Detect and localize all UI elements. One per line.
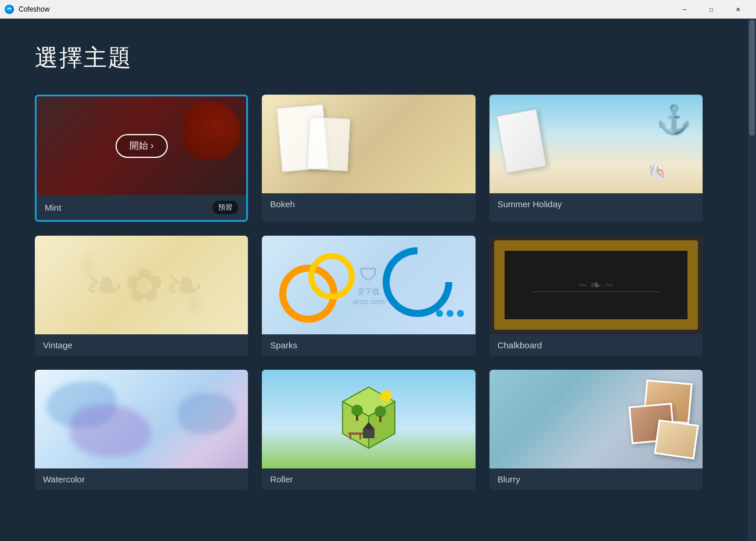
theme-label-summer: Summer Holiday — [489, 193, 703, 215]
close-button[interactable]: ✕ — [725, 0, 751, 19]
sparks-dot-2 — [447, 310, 453, 317]
watercolor-blob2 — [70, 405, 151, 457]
svg-point-8 — [375, 406, 386, 417]
mint-bg: 開始 › — [37, 96, 246, 195]
svg-rect-9 — [379, 416, 381, 422]
chalkboard-bg: ~ ❧ ~ — [489, 236, 703, 334]
summer-shell-decoration: 🐚 — [647, 163, 668, 182]
svg-point-10 — [380, 390, 392, 402]
summer-bg: ⚓ 🐚 — [489, 95, 703, 193]
sparks-swirl — [368, 236, 467, 331]
sparks-dots — [436, 310, 464, 317]
start-button[interactable]: 開始 › — [116, 134, 168, 158]
svg-rect-5 — [363, 429, 375, 438]
watercolor-name: Watercolor — [43, 474, 85, 484]
theme-card-summer[interactable]: ⚓ 🐚 Summer Holiday — [489, 95, 703, 222]
mint-name: Mint — [45, 203, 61, 212]
roller-cube-container — [331, 381, 406, 457]
theme-label-chalkboard: Chalkboard — [489, 334, 703, 356]
sparks-watermark: 🛡 安下载anxz.com — [352, 264, 385, 306]
roller-bg — [262, 370, 475, 468]
theme-thumbnail-bokeh — [262, 95, 475, 193]
theme-thumbnail-blurry — [489, 370, 703, 468]
svg-rect-12 — [350, 435, 351, 439]
vintage-pattern — [35, 236, 248, 334]
theme-card-blurry[interactable]: Blurry — [489, 370, 703, 490]
bokeh-frame2 — [307, 117, 351, 171]
theme-label-roller: Roller — [262, 468, 475, 490]
title-bar-controls: ─ □ ✕ — [671, 0, 751, 19]
theme-label-vintage: Vintage — [35, 334, 248, 356]
watermark-text: 安下载anxz.com — [352, 287, 385, 306]
svg-rect-7 — [356, 415, 358, 421]
sparks-bg: 🛡 安下载anxz.com — [262, 236, 475, 334]
title-bar: Cofeshow ─ □ ✕ — [0, 0, 756, 19]
svg-rect-11 — [348, 432, 363, 435]
roller-cube-svg — [331, 381, 406, 457]
svg-point-0 — [6, 6, 12, 12]
bokeh-name: Bokeh — [270, 199, 295, 209]
bokeh-bg — [262, 95, 475, 193]
theme-thumbnail-summer: ⚓ 🐚 — [489, 95, 703, 193]
theme-label-blurry: Blurry — [489, 468, 703, 490]
vintage-bg: ❧ ✿ ❧ — [35, 236, 248, 334]
theme-thumbnail-watercolor — [35, 370, 248, 468]
theme-card-bokeh[interactable]: Bokeh — [262, 95, 475, 222]
watercolor-blob3 — [178, 393, 236, 434]
chalkboard-frame: ~ ❧ ~ — [494, 240, 698, 330]
app-title: Cofeshow — [19, 5, 49, 13]
theme-thumbnail-mint: 開始 › — [37, 96, 246, 195]
chalkboard-name: Chalkboard — [498, 340, 542, 350]
shield-icon: 🛡 — [352, 264, 385, 286]
minimize-button[interactable]: ─ — [671, 0, 698, 19]
theme-label-watercolor: Watercolor — [35, 468, 248, 490]
blurry-bg — [489, 370, 703, 468]
scrollbar[interactable] — [748, 19, 756, 541]
theme-card-sparks[interactable]: 🛡 安下载anxz.com Sparks — [262, 236, 475, 356]
page-title: 選擇主題 — [35, 42, 721, 74]
theme-card-watercolor[interactable]: Watercolor — [35, 370, 248, 490]
theme-label-bokeh: Bokeh — [262, 193, 475, 215]
summer-name: Summer Holiday — [498, 199, 562, 209]
theme-label-mint: Mint 預習 — [37, 195, 246, 220]
main-content: 選擇主題 開始 › Mint 預習 — [0, 19, 756, 541]
sparks-dot-1 — [436, 310, 443, 317]
blurry-photo3 — [654, 419, 699, 459]
watercolor-bg — [35, 370, 248, 468]
theme-card-vintage[interactable]: ❧ ✿ ❧ Vintage — [35, 236, 248, 356]
theme-thumbnail-vintage: ❧ ✿ ❧ — [35, 236, 248, 334]
theme-card-roller[interactable]: Roller — [262, 370, 475, 490]
summer-book-decoration — [496, 109, 546, 174]
chalk-decoration: ~ ❧ ~ — [579, 277, 613, 293]
theme-card-chalkboard[interactable]: ~ ❧ ~ Chalkboard — [489, 236, 703, 356]
theme-thumbnail-chalkboard: ~ ❧ ~ — [489, 236, 703, 334]
theme-thumbnail-roller — [262, 370, 475, 468]
sparks-name: Sparks — [270, 340, 297, 350]
app-icon — [5, 5, 14, 14]
preview-badge[interactable]: 預習 — [213, 201, 238, 214]
title-bar-left: Cofeshow — [5, 5, 49, 14]
theme-thumbnail-sparks: 🛡 安下载anxz.com — [262, 236, 475, 334]
summer-anchor-icon: ⚓ — [656, 103, 691, 136]
themes-grid: 開始 › Mint 預習 Bokeh — [35, 95, 703, 490]
sparks-circle2 — [308, 253, 355, 300]
sparks-dot-3 — [457, 310, 464, 317]
svg-rect-13 — [359, 435, 361, 439]
roller-name: Roller — [270, 474, 293, 484]
start-label: 開始 › — [129, 140, 154, 152]
svg-point-6 — [351, 405, 363, 416]
maximize-button[interactable]: □ — [698, 0, 725, 19]
vintage-name: Vintage — [43, 340, 73, 350]
start-overlay: 開始 › — [37, 96, 246, 195]
blurry-name: Blurry — [498, 474, 520, 484]
theme-label-sparks: Sparks — [262, 334, 475, 356]
chalk-line — [532, 291, 660, 292]
theme-card-mint[interactable]: 開始 › Mint 預習 — [35, 95, 248, 222]
scrollbar-thumb[interactable] — [749, 20, 755, 136]
